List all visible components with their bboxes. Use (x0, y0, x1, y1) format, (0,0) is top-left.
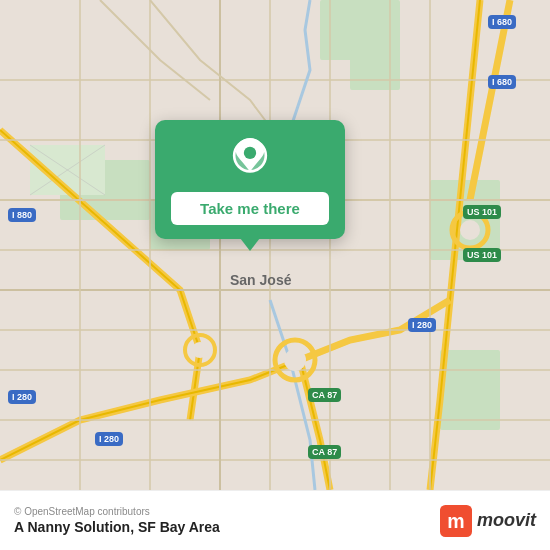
map-container: San José Take me there I 680 I 680 I 880… (0, 0, 550, 490)
highway-badge-i880: I 880 (8, 208, 36, 222)
highway-badge-i280-left: I 280 (8, 390, 36, 404)
svg-point-27 (460, 220, 480, 240)
location-pin-icon (228, 138, 272, 182)
moovit-logo: m moovit (440, 505, 536, 537)
map-svg: San José (0, 0, 550, 490)
svg-point-29 (192, 342, 208, 358)
highway-badge-i280-right: I 280 (408, 318, 436, 332)
highway-badge-ca87-top: CA 87 (308, 388, 341, 402)
highway-badge-i280-bottom: I 280 (95, 432, 123, 446)
highway-badge-us101-bottom: US 101 (463, 248, 501, 262)
svg-point-36 (244, 147, 256, 159)
moovit-icon: m (440, 505, 472, 537)
bottom-bar: © OpenStreetMap contributors A Nanny Sol… (0, 490, 550, 550)
svg-text:m: m (447, 510, 464, 532)
bottom-left: © OpenStreetMap contributors A Nanny Sol… (14, 506, 220, 535)
location-name: A Nanny Solution, SF Bay Area (14, 519, 220, 535)
highway-badge-i680-2: I 680 (488, 75, 516, 89)
osm-credit: © OpenStreetMap contributors (14, 506, 220, 517)
svg-text:San José: San José (230, 272, 292, 288)
popup-card: Take me there (155, 120, 345, 239)
highway-badge-us101-top: US 101 (463, 205, 501, 219)
highway-badge-ca87-bottom: CA 87 (308, 445, 341, 459)
highway-badge-i680-top: I 680 (488, 15, 516, 29)
svg-rect-4 (440, 350, 500, 430)
take-me-there-button[interactable]: Take me there (171, 192, 329, 225)
moovit-text: moovit (477, 510, 536, 531)
svg-point-31 (284, 349, 306, 371)
svg-rect-2 (350, 50, 400, 90)
